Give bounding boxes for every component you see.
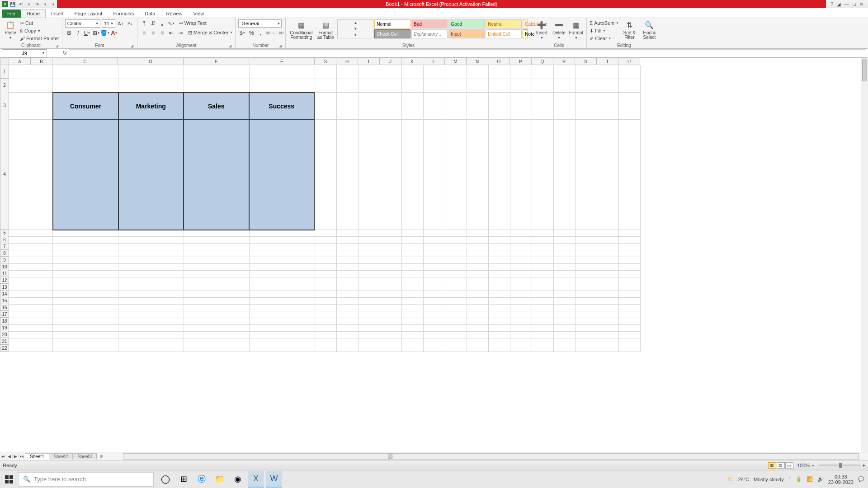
number-format-combo[interactable]: General▼ — [238, 19, 282, 28]
table-header-cell[interactable]: Marketing — [118, 93, 184, 120]
decrease-indent-icon[interactable]: ⇤ — [167, 29, 175, 37]
cell-styles-gallery[interactable]: NormalBadGoodNeutralCalculation▲▼▾Check … — [337, 19, 528, 42]
column-header[interactable]: C — [52, 58, 118, 65]
italic-button[interactable]: I — [74, 29, 82, 37]
cell-style-option[interactable]: Bad — [411, 19, 448, 28]
cell-style-option[interactable]: Note — [523, 29, 528, 38]
delete-cells-button[interactable]: ➖Delete▼ — [551, 19, 566, 42]
row-header[interactable]: 18 — [0, 318, 9, 324]
increase-font-icon[interactable]: A↑ — [117, 19, 125, 28]
font-size-combo[interactable]: 11▼ — [102, 19, 115, 28]
undo-icon[interactable]: ↶ — [17, 1, 24, 7]
increase-indent-icon[interactable]: ⇥ — [176, 29, 184, 37]
percent-format-icon[interactable]: % — [247, 29, 255, 37]
chrome-icon[interactable]: ◉ — [230, 471, 246, 488]
edge-icon[interactable]: ⓔ — [193, 471, 210, 488]
scrollbar-thumb[interactable] — [388, 454, 392, 459]
row-header[interactable]: 19 — [0, 324, 9, 331]
nav-prev-icon[interactable]: ◀ — [6, 454, 13, 459]
column-headers[interactable]: ABCDEFGHIJKLMNOPQRSTU — [9, 58, 640, 65]
column-header[interactable]: G — [315, 58, 336, 65]
tab-insert[interactable]: Insert — [46, 9, 69, 18]
table-header-cell[interactable]: Consumer — [53, 93, 118, 120]
column-header[interactable]: F — [249, 58, 315, 65]
cell-style-option[interactable]: Good — [448, 19, 485, 28]
font-color-button[interactable]: A▼ — [110, 29, 118, 37]
column-header[interactable]: L — [423, 58, 445, 65]
borders-button[interactable]: ⊞▼ — [92, 29, 100, 37]
increase-decimal-icon[interactable]: .00→ — [265, 29, 274, 37]
alignment-launcher-icon[interactable]: ◢ — [229, 44, 231, 48]
minimize-icon[interactable]: — — [844, 1, 849, 7]
wifi-icon[interactable]: 📶 — [807, 476, 813, 482]
cell-style-option[interactable]: Input — [448, 29, 485, 38]
row-header[interactable]: 16 — [0, 304, 9, 311]
align-center-icon[interactable]: ≡ — [149, 29, 157, 37]
table-header-cell[interactable]: Sales — [184, 93, 249, 120]
page-break-view-icon[interactable]: ▭ — [785, 462, 793, 469]
cut-button[interactable]: ✂Cut — [20, 19, 59, 27]
page-layout-view-icon[interactable]: ▤ — [777, 462, 785, 469]
row-header[interactable]: 12 — [0, 277, 9, 284]
cell-style-option[interactable]: Neutral — [486, 19, 522, 28]
sheet-tab-1[interactable]: Sheet1 — [25, 453, 49, 460]
cell-style-option[interactable]: Explanatory ... — [411, 29, 448, 38]
close-icon[interactable]: ✕ — [859, 1, 863, 7]
fx-icon[interactable]: fx — [61, 50, 69, 56]
clear-button[interactable]: ✐Clear▼ — [590, 35, 618, 42]
insert-cells-button[interactable]: ➕Insert▼ — [534, 19, 549, 42]
comma-format-icon[interactable]: , — [256, 29, 264, 37]
column-header[interactable]: O — [488, 58, 510, 65]
save-icon[interactable]: 💾 — [9, 1, 16, 7]
column-header[interactable]: N — [467, 58, 488, 65]
column-header[interactable]: M — [445, 58, 467, 65]
formula-bar-input[interactable] — [69, 49, 866, 57]
row-header[interactable]: 14 — [0, 291, 9, 297]
table-cell[interactable] — [249, 120, 315, 230]
redo-dropdown-icon[interactable]: ▼ — [42, 1, 49, 7]
sort-filter-button[interactable]: ⇅Sort & Filter — [620, 19, 638, 42]
row-header[interactable]: 15 — [0, 297, 9, 304]
maximize-icon[interactable]: □ — [853, 1, 856, 7]
horizontal-scrollbar[interactable] — [123, 453, 859, 460]
column-header[interactable]: T — [597, 58, 618, 65]
task-view-icon[interactable]: ⊞ — [175, 471, 192, 488]
fill-button[interactable]: ⬇Fill▼ — [590, 27, 618, 34]
word-taskbar-icon[interactable]: W — [266, 471, 282, 488]
help-icon[interactable]: ? — [830, 1, 833, 7]
format-painter-button[interactable]: 🖌Format Painter — [20, 35, 59, 42]
align-right-icon[interactable]: ≡ — [158, 29, 166, 37]
select-all-corner[interactable] — [0, 58, 9, 65]
find-select-button[interactable]: 🔍Find & Select — [640, 19, 658, 42]
conditional-formatting-button[interactable]: ▦ Conditional Formatting — [288, 19, 314, 42]
notifications-icon[interactable]: 💬 — [858, 476, 864, 482]
fill-color-button[interactable]: 🪣▼ — [101, 29, 109, 37]
column-header[interactable]: R — [553, 58, 575, 65]
tab-file[interactable]: File — [2, 9, 21, 18]
zoom-out-icon[interactable]: − — [811, 463, 814, 468]
decrease-font-icon[interactable]: A↓ — [126, 19, 134, 28]
tab-home[interactable]: Home — [21, 9, 46, 18]
undo-dropdown-icon[interactable]: ▼ — [25, 1, 33, 7]
row-header[interactable]: 17 — [0, 311, 9, 318]
row-header[interactable]: 22 — [0, 345, 9, 352]
tab-formulas[interactable]: Formulas — [108, 9, 139, 18]
column-header[interactable]: A — [9, 58, 31, 65]
tab-page-layout[interactable]: Page Layout — [69, 9, 108, 18]
nav-first-icon[interactable]: ⏮ — [0, 454, 6, 459]
column-header[interactable]: Q — [532, 58, 553, 65]
add-sheet-icon[interactable]: ⊕ — [98, 454, 105, 459]
bold-button[interactable]: B — [65, 29, 73, 37]
excel-taskbar-icon[interactable]: X — [248, 471, 264, 488]
column-header[interactable]: P — [510, 58, 532, 65]
row-header[interactable]: 2 — [0, 79, 9, 92]
cells-area[interactable]: ConsumerMarketingSalesSuccess — [9, 65, 640, 352]
underline-button[interactable]: U▼ — [83, 29, 91, 37]
data-table[interactable]: ConsumerMarketingSalesSuccess — [52, 92, 315, 230]
table-header-cell[interactable]: Success — [249, 93, 315, 120]
zoom-slider[interactable] — [819, 465, 860, 466]
font-name-combo[interactable]: Calibri▼ — [65, 19, 100, 28]
sheet-tab-2[interactable]: Sheet2 — [49, 453, 73, 460]
number-launcher-icon[interactable]: ◢ — [279, 44, 282, 48]
nav-next-icon[interactable]: ▶ — [13, 454, 19, 459]
